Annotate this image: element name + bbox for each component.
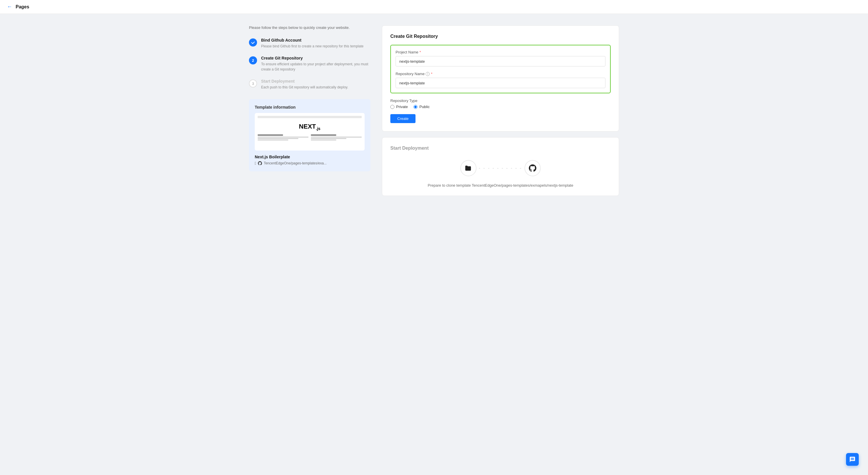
radio-private-input[interactable] (390, 105, 394, 109)
steps-intro: Please follow the steps below to quickly… (249, 26, 370, 30)
create-button[interactable]: Create (390, 114, 415, 123)
deployment-visual: - - - - - - - - - - (390, 160, 611, 176)
next-logo: NEXT.js (299, 123, 320, 131)
step-icon-3: 3 (249, 79, 257, 88)
deployment-card: Start Deployment - - - - - - - - - - Pre… (382, 137, 619, 196)
step-item-1: Bind Github Account Please bind Github f… (249, 38, 370, 49)
step-desc-2: To ensure efficient updates to your proj… (261, 62, 370, 72)
back-button[interactable]: ← (7, 4, 12, 10)
deployment-desc: Prepare to clone template TencentEdgeOne… (390, 183, 611, 188)
project-name-required: * (420, 50, 421, 54)
right-panel: Create Git Repository Project Name * Rep… (382, 26, 619, 196)
radio-public-input[interactable] (413, 105, 417, 109)
radio-private[interactable]: Private (390, 105, 408, 109)
template-info-label: Template information (255, 105, 365, 109)
template-repo-text: TencentEdgeOne/pages-templates/exa... (264, 161, 327, 165)
project-name-group: Project Name * (396, 50, 606, 66)
radio-public[interactable]: Public (413, 105, 429, 109)
step-icon-2: 2 (249, 56, 257, 64)
github-logo-icon (258, 161, 262, 165)
deploy-dots: - - - - - - - - - - (476, 166, 525, 171)
step-desc-1: Please bind Github first to create a new… (261, 44, 364, 49)
repository-type-label: Repository Type (390, 99, 611, 103)
create-repo-title: Create Git Repository (390, 34, 611, 39)
step-title-1: Bind Github Account (261, 38, 364, 42)
preview-col-1 (258, 134, 309, 141)
folder-icon (465, 165, 472, 171)
repository-name-group: Repository Name i * (396, 72, 606, 88)
preview-top-bar (258, 116, 362, 118)
main-content: Please follow the steps below to quickly… (231, 14, 637, 207)
highlighted-section: Project Name * Repository Name i * (390, 45, 611, 93)
deployment-title: Start Deployment (390, 146, 611, 151)
template-preview: NEXT.js (255, 113, 365, 150)
info-icon[interactable]: i (426, 72, 430, 76)
template-repo:  TencentEdgeOne/pages-templates/exa... (255, 161, 365, 166)
preview-col-2 (311, 134, 362, 141)
step-content-3: Start Deployment Each push to this Git r… (261, 79, 348, 90)
step-item-3: 3 Start Deployment Each push to this Git… (249, 79, 370, 90)
repository-type-radio-group: Private Public (390, 105, 611, 109)
step-content-2: Create Git Repository To ensure efficien… (261, 56, 370, 72)
step-item-2: 2 Create Git Repository To ensure effici… (249, 56, 370, 72)
step-desc-3: Each push to this Git repository will au… (261, 84, 348, 90)
github-icon-circle (525, 160, 541, 176)
repository-name-label: Repository Name i * (396, 72, 606, 76)
folder-icon-circle (460, 160, 476, 176)
project-name-input[interactable] (396, 56, 606, 66)
repo-name-required: * (431, 72, 432, 76)
template-name: Next.js Boilerplate (255, 155, 365, 159)
step-icon-1 (249, 38, 257, 46)
step-content-1: Bind Github Account Please bind Github f… (261, 38, 364, 49)
chat-button[interactable] (846, 453, 859, 466)
project-name-label: Project Name * (396, 50, 606, 54)
repository-name-input[interactable] (396, 78, 606, 88)
chat-icon (849, 456, 856, 463)
github-deploy-icon (529, 164, 536, 172)
template-info-box: Template information NEXT.js (249, 99, 370, 171)
preview-cols (258, 134, 362, 141)
step-title-2: Create Git Repository (261, 56, 370, 60)
left-panel: Please follow the steps below to quickly… (249, 26, 370, 196)
page-title: Pages (16, 4, 29, 9)
repository-type-group: Repository Type Private Public (390, 99, 611, 109)
github-icon:  (255, 161, 256, 166)
step-title-3: Start Deployment (261, 79, 348, 83)
create-repo-card: Create Git Repository Project Name * Rep… (382, 26, 619, 132)
page-header: ← Pages (0, 0, 868, 14)
